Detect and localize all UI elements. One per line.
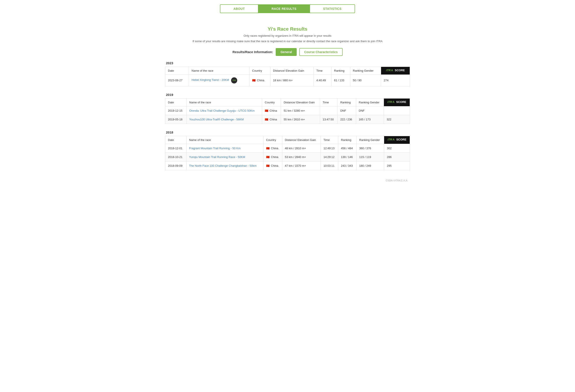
race-link[interactable]: Youzhou100 Ultra-Trail® Challenge - 56KM bbox=[189, 118, 244, 121]
race-link[interactable]: Yunqiu Mountain Trail Running Race - 50K… bbox=[189, 155, 245, 159]
col-country: Country bbox=[262, 98, 281, 106]
cell-distance: 55 km / 2610 m+ bbox=[281, 115, 320, 124]
cell-itra-score: 286 bbox=[384, 153, 410, 161]
cell-ranking: 456 / 484 bbox=[338, 144, 357, 153]
cell-country: 🇨🇳 China bbox=[262, 106, 281, 115]
cell-race: Fragrant Mountain Trail Running - 50 Km bbox=[186, 144, 263, 153]
col-ranking-gender: Ranking Gender bbox=[357, 136, 384, 144]
cell-date: 2018-12-01 bbox=[165, 144, 187, 153]
table-row: 2018-12-01 Fragrant Mountain Trail Runni… bbox=[165, 144, 410, 153]
cell-time: 10:03:11 bbox=[321, 161, 338, 170]
itra-badge: iTRA bbox=[231, 77, 237, 83]
col-date: Date bbox=[165, 98, 187, 106]
race-link[interactable]: Fragrant Mountain Trail Running - 50 Km bbox=[189, 147, 241, 150]
flag-china: 🇨🇳 China bbox=[252, 79, 264, 82]
cell-itra-score: 322 bbox=[384, 115, 410, 124]
col-country: Country bbox=[264, 136, 282, 144]
nav-race-results[interactable]: RACE RESULTS bbox=[258, 4, 310, 13]
cell-distance: 53 km / 2840 m+ bbox=[282, 153, 321, 161]
cell-date: 2018-10-21 bbox=[165, 153, 187, 161]
cell-race: Orenda· Ultra Trail Challenge Guyaju - U… bbox=[187, 106, 262, 115]
cell-date: 2023-08-27 bbox=[165, 74, 189, 86]
cell-race: Yunqiu Mountain Trail Running Race - 50K… bbox=[186, 153, 263, 161]
col-ranking: Ranking bbox=[331, 67, 350, 74]
top-navigation: ABOUT RACE RESULTS STATISTICS bbox=[0, 0, 575, 18]
year-section-2023: 2023 Date Name of the race Country Dista… bbox=[165, 61, 410, 86]
col-race: Name of the race bbox=[189, 67, 249, 74]
col-time: Time bbox=[320, 98, 337, 106]
flag-china: 🇨🇳 China bbox=[266, 155, 278, 159]
cell-ranking-gender: 50 / 90 bbox=[350, 74, 381, 86]
col-distance: Distance/ Elevation Gain bbox=[282, 136, 321, 144]
col-itra-score: iTRA SCORE bbox=[384, 98, 410, 106]
col-ranking-gender: Ranking Gender bbox=[350, 67, 381, 74]
cell-ranking: 222 / 236 bbox=[337, 115, 356, 124]
filter-course-characteristics[interactable]: Course Characteristics bbox=[299, 48, 342, 56]
flag-china: 🇨🇳 China bbox=[266, 164, 278, 167]
cell-ranking: DNF bbox=[337, 106, 356, 115]
table-row: 2023-08-27 Hebei Xinglong Tianzi - 20KM … bbox=[165, 74, 410, 86]
cell-time: 12:49:13 bbox=[321, 144, 338, 153]
cell-ranking-gender: 165 / 173 bbox=[356, 115, 384, 124]
cell-itra-score bbox=[384, 106, 410, 115]
cell-country: 🇨🇳 China bbox=[264, 144, 282, 153]
cell-distance: 48 km / 2810 m+ bbox=[282, 144, 321, 153]
cell-distance: 47 km / 1570 m+ bbox=[282, 161, 321, 170]
cell-time bbox=[320, 106, 337, 115]
year-label-2023: 2023 bbox=[165, 61, 410, 65]
col-ranking: Ranking bbox=[338, 136, 357, 144]
footer-note: CSDN ©ITRA王大大 bbox=[165, 177, 410, 183]
cell-itra-score: 274 bbox=[381, 74, 410, 86]
table-row: 2019-12-15 Orenda· Ultra Trail Challenge… bbox=[165, 106, 410, 115]
cell-date: 2019-12-15 bbox=[165, 106, 187, 115]
nav-statistics[interactable]: STATISTICS bbox=[310, 4, 355, 13]
col-country: Country bbox=[249, 67, 270, 74]
subtitle-1: Only races registered by organizers in I… bbox=[165, 34, 410, 38]
results-table-2018: Date Name of the race Country Distance/ … bbox=[165, 136, 410, 170]
results-table-2023: Date Name of the race Country Distance/ … bbox=[165, 67, 410, 86]
cell-race: Hebei Xinglong Tianzi - 20KM iTRA bbox=[189, 74, 249, 86]
col-ranking: Ranking bbox=[337, 98, 356, 106]
nav-about[interactable]: ABOUT bbox=[220, 4, 258, 13]
col-race: Name of the race bbox=[186, 136, 263, 144]
subtitle-2: If some of your results are missing make… bbox=[165, 39, 410, 44]
cell-race: Youzhou100 Ultra-Trail® Challenge - 56KM bbox=[187, 115, 262, 124]
cell-ranking: 61 / 133 bbox=[331, 74, 350, 86]
filter-general[interactable]: General bbox=[276, 48, 297, 56]
cell-time: 4:40:49 bbox=[313, 74, 331, 86]
race-link[interactable]: Orenda· Ultra Trail Challenge Guyaju - U… bbox=[189, 109, 255, 112]
main-content: Yi's Race Results Only races registered … bbox=[156, 18, 419, 187]
year-section-2018: 2018 Date Name of the race Country Dista… bbox=[165, 130, 410, 170]
col-race: Name of the race bbox=[187, 98, 262, 106]
results-table-2019: Date Name of the race Country Distance/ … bbox=[165, 98, 410, 124]
col-distance: Distance/ Elevation Gain bbox=[270, 67, 313, 74]
year-label-2019: 2019 bbox=[165, 93, 410, 97]
cell-ranking-gender: 180 / 249 bbox=[357, 161, 384, 170]
cell-ranking-gender: DNF bbox=[356, 106, 384, 115]
cell-ranking: 139 / 146 bbox=[338, 153, 357, 161]
year-section-2019: 2019 Date Name of the race Country Dista… bbox=[165, 93, 410, 124]
flag-china: 🇨🇳 China bbox=[265, 109, 277, 112]
cell-distance: 18 km / 880 m+ bbox=[270, 74, 313, 86]
cell-ranking-gender: 115 / 119 bbox=[357, 153, 384, 161]
col-itra-score: iTRA SCORE bbox=[381, 67, 410, 74]
table-row: 2019-05-18 Youzhou100 Ultra-Trail® Chall… bbox=[165, 115, 410, 124]
cell-date: 2018-09-09 bbox=[165, 161, 187, 170]
cell-country: 🇨🇳 China bbox=[249, 74, 270, 86]
filter-row: Results/Race Information: General Course… bbox=[165, 48, 410, 56]
col-distance: Distance/ Elevation Gain bbox=[281, 98, 320, 106]
page-title: Yi's Race Results bbox=[165, 26, 410, 32]
col-date: Date bbox=[165, 136, 187, 144]
cell-ranking: 243 / 343 bbox=[338, 161, 357, 170]
cell-country: 🇨🇳 China bbox=[264, 161, 282, 170]
cell-country: 🇨🇳 China bbox=[264, 153, 282, 161]
col-itra-score: iTRA SCORE bbox=[384, 136, 410, 144]
race-link[interactable]: Hebei Xinglong Tianzi - 20KM bbox=[192, 78, 229, 82]
col-date: Date bbox=[165, 67, 189, 74]
flag-china: 🇨🇳 China bbox=[266, 147, 278, 150]
cell-time: 14:29:12 bbox=[321, 153, 338, 161]
race-link[interactable]: The North Face 100 Challenge Changbaisha… bbox=[189, 164, 257, 167]
cell-distance: 51 km / 3280 m+ bbox=[281, 106, 320, 115]
filter-label: Results/Race Information: bbox=[232, 50, 273, 54]
flag-china: 🇨🇳 China bbox=[265, 118, 277, 121]
